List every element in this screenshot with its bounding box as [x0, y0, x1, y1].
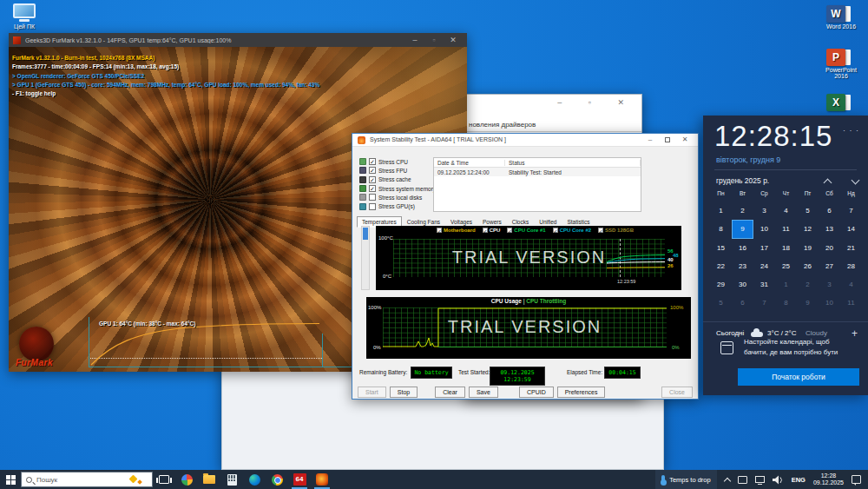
- calendar-day[interactable]: 12: [797, 220, 819, 238]
- clear-button[interactable]: Clear: [435, 387, 465, 398]
- search-input[interactable]: Пошук: [21, 472, 153, 487]
- language-indicator[interactable]: ENG: [792, 476, 806, 484]
- calendar-day[interactable]: 21: [840, 239, 862, 257]
- log-col-status[interactable]: Status: [505, 160, 641, 166]
- aida64-minimize-button[interactable]: –: [644, 135, 656, 143]
- tray-volume-icon[interactable]: [773, 475, 784, 485]
- aida64-maximize-button[interactable]: [661, 136, 674, 144]
- stress-checkbox[interactable]: [369, 194, 376, 201]
- calendar-day[interactable]: 9: [732, 220, 753, 238]
- furmark-minimize-button[interactable]: –: [405, 36, 424, 44]
- calendar-day[interactable]: 5: [797, 202, 819, 220]
- calendar-day[interactable]: 1: [775, 275, 797, 294]
- legend-item[interactable]: ✓CPU: [483, 228, 501, 233]
- taskbar-item-furmark[interactable]: [311, 470, 333, 489]
- add-event-button[interactable]: +: [852, 327, 858, 340]
- log-col-datetime[interactable]: Date & Time: [434, 160, 505, 166]
- calendar-day[interactable]: 4: [775, 202, 797, 220]
- legend-checkbox[interactable]: ✓: [483, 228, 488, 233]
- desktop-icon-powerpoint[interactable]: P PowerPoint 2016: [821, 49, 861, 79]
- calendar-day[interactable]: 4: [840, 275, 862, 294]
- graph-scrollbar[interactable]: [361, 226, 370, 290]
- legend-checkbox[interactable]: ✓: [553, 228, 558, 233]
- calendar-day[interactable]: 22: [710, 257, 732, 275]
- calendar-day[interactable]: 8: [710, 220, 732, 238]
- task-view-button[interactable]: [153, 470, 175, 489]
- calendar-day[interactable]: 7: [840, 202, 862, 220]
- taskbar-item-chrome[interactable]: [266, 470, 288, 489]
- log-row[interactable]: 09.12.2025 12:24:00Stability Test: Start…: [434, 168, 641, 176]
- legend-checkbox[interactable]: ✓: [507, 228, 512, 233]
- calendar-day[interactable]: 2: [797, 275, 819, 294]
- calendar-day[interactable]: 17: [753, 239, 775, 257]
- calendar-day[interactable]: 11: [840, 294, 862, 312]
- calendar-day[interactable]: 30: [732, 275, 753, 294]
- calendar-day[interactable]: 15: [710, 239, 732, 257]
- calendar-day[interactable]: 27: [819, 257, 840, 275]
- calendar-day[interactable]: 2: [732, 202, 753, 220]
- calendar-day[interactable]: 18: [775, 239, 797, 257]
- calendar-day[interactable]: 6: [732, 294, 753, 312]
- calendar-day[interactable]: 3: [819, 275, 840, 294]
- calendar-day[interactable]: 14: [840, 220, 862, 238]
- save-button[interactable]: Save: [469, 387, 498, 398]
- start-button[interactable]: [0, 470, 21, 489]
- tray-update-icon[interactable]: [738, 476, 747, 484]
- driver-window-titlebar[interactable]: – ▫ ✕: [465, 95, 641, 112]
- stress-checkbox[interactable]: ✓: [369, 158, 376, 165]
- taskbar-item-edge[interactable]: [243, 470, 266, 489]
- calendar-day[interactable]: 31: [753, 275, 775, 294]
- action-center-icon[interactable]: [852, 475, 861, 484]
- hidden-icons-button[interactable]: [725, 476, 730, 484]
- furmark-close-button[interactable]: ✕: [444, 36, 463, 44]
- desktop-icon-this-pc[interactable]: Цей ПК: [4, 3, 44, 30]
- calendar-day[interactable]: 10: [753, 220, 775, 238]
- graph-scrollbar-thumb[interactable]: [363, 228, 368, 240]
- calendar-day[interactable]: 26: [797, 257, 819, 275]
- legend-item[interactable]: ✓CPU Core #1: [507, 228, 545, 233]
- taskbar-item-widgets[interactable]: [175, 470, 198, 489]
- calendar-day[interactable]: 6: [819, 202, 840, 220]
- driver-window-controls[interactable]: – ▫ ✕: [557, 98, 636, 107]
- calendar-day[interactable]: 5: [710, 294, 732, 312]
- desktop-icon-word[interactable]: W Word 2016: [821, 5, 861, 30]
- calendar-prev-button[interactable]: [824, 179, 832, 188]
- calendar-day[interactable]: 19: [797, 239, 819, 257]
- calendar-day[interactable]: 10: [819, 294, 840, 312]
- desktop-icon-excel[interactable]: X: [821, 94, 861, 112]
- calendar-day[interactable]: 7: [753, 294, 775, 312]
- aida64-titlebar[interactable]: System Stability Test - AIDA64 [ TRIAL V…: [352, 134, 698, 147]
- tray-clock[interactable]: 12:28 09.12.2025: [813, 472, 844, 486]
- taskbar-item-calculator[interactable]: [220, 470, 243, 489]
- legend-item[interactable]: ✓CPU Core #2: [553, 228, 591, 233]
- taskbar-weather-widget[interactable]: Temps to drop: [655, 470, 717, 489]
- calendar-day[interactable]: 11: [775, 220, 797, 238]
- calendar-day[interactable]: 20: [819, 239, 840, 257]
- stress-checkbox[interactable]: ✓: [369, 185, 376, 192]
- legend-checkbox[interactable]: ✓: [437, 228, 442, 233]
- calendar-day[interactable]: 16: [732, 239, 753, 257]
- calendar-day[interactable]: 23: [732, 257, 753, 275]
- stress-checkbox[interactable]: [369, 203, 376, 210]
- furmark-titlebar[interactable]: Geeks3D FurMark v1.32.1.0 - 14FPS, GPU1 …: [9, 33, 467, 47]
- legend-item[interactable]: ✓SSD 128GB: [598, 228, 634, 233]
- calendar-day[interactable]: 9: [797, 294, 819, 312]
- tray-network-icon[interactable]: [755, 476, 765, 483]
- stress-checkbox[interactable]: ✓: [369, 176, 376, 183]
- taskbar-item-aida64[interactable]: 64: [288, 470, 311, 489]
- calendar-day[interactable]: 25: [775, 257, 797, 275]
- calendar-day[interactable]: 29: [710, 275, 732, 294]
- preferences-button[interactable]: Preferences: [557, 387, 606, 398]
- calendar-day[interactable]: 1: [710, 202, 732, 220]
- calendar-day[interactable]: 13: [819, 220, 840, 238]
- calendar-day[interactable]: 8: [775, 294, 797, 312]
- calendar-day[interactable]: 28: [840, 257, 862, 275]
- stop-button[interactable]: Stop: [390, 387, 418, 398]
- aida64-close-button[interactable]: ✕: [679, 135, 691, 143]
- calendar-month-header[interactable]: грудень 2025 р.: [716, 176, 769, 185]
- get-started-button[interactable]: Початок роботи: [738, 368, 859, 386]
- cpuid-button[interactable]: CPUID: [519, 387, 554, 398]
- calendar-next-button[interactable]: [852, 176, 860, 185]
- calendar-day[interactable]: 3: [753, 202, 775, 220]
- calendar-day[interactable]: 24: [753, 257, 775, 275]
